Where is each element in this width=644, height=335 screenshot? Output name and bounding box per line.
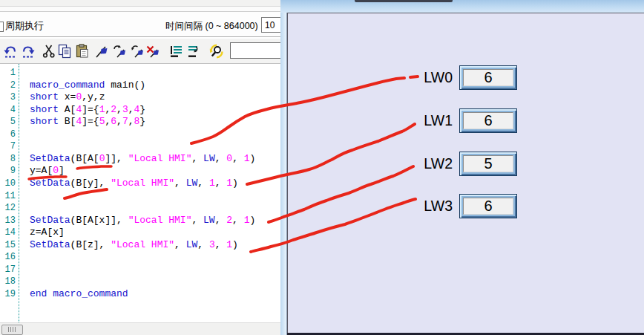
paste-icon[interactable] <box>75 44 90 59</box>
find-icon[interactable] <box>209 44 224 59</box>
undo-icon[interactable] <box>3 44 18 59</box>
code-line[interactable]: short A[4]={1,2,3,4} <box>30 104 145 117</box>
line-number: 8 <box>0 153 16 166</box>
line-number: 4 <box>0 104 16 117</box>
next-breakpoint-icon[interactable] <box>113 44 128 59</box>
code-line[interactable]: y=A[0] <box>30 165 65 178</box>
code-line[interactable]: SetData(B[y], "Local HMI", LW, 1, 1) <box>30 178 238 190</box>
code-line[interactable]: SetData(B[A[x]], "Local HMI", LW, 2, 1) <box>30 215 255 227</box>
periodic-execution-label: 周期执行 <box>5 19 44 33</box>
numeric-display[interactable]: 6 <box>459 65 517 90</box>
window-top-strip <box>0 0 280 7</box>
line-number: 10 <box>0 178 16 190</box>
line-number: 12 <box>0 202 16 215</box>
numeric-display[interactable]: 6 <box>459 108 517 133</box>
clear-breakpoints-icon[interactable] <box>146 44 161 59</box>
numeric-display[interactable]: 6 <box>459 194 517 218</box>
gutter-separator <box>19 64 19 322</box>
macro-param-row: 周期执行 时间间隔 (0 ~ 864000) : <box>0 12 280 36</box>
macro-editor-window: 周期执行 时间间隔 (0 ~ 864000) : <box>0 0 281 335</box>
line-number: 16 <box>0 251 16 264</box>
line-number: 17 <box>0 264 16 276</box>
code-editor[interactable]: 12345678910111213141516171819 macro_comm… <box>0 64 280 322</box>
screen: 周期执行 时间间隔 (0 ~ 864000) : <box>0 0 644 335</box>
numeric-display-value: 5 <box>463 155 513 172</box>
numeric-display-value: 6 <box>463 69 513 86</box>
numeric-display-value: 6 <box>463 112 513 129</box>
code-line[interactable]: end macro_command <box>30 288 128 301</box>
redo-icon[interactable] <box>21 44 36 59</box>
numeric-display[interactable]: 5 <box>459 152 517 176</box>
code-line[interactable]: z=A[x] <box>30 227 65 239</box>
lw-label: LW1 <box>424 111 453 129</box>
cut-icon[interactable] <box>42 44 56 59</box>
line-number: 18 <box>0 276 16 288</box>
line-number: 6 <box>0 129 16 141</box>
horizontal-scrollbar[interactable] <box>0 322 280 335</box>
line-number: 5 <box>0 116 16 129</box>
last-edit-icon[interactable] <box>185 44 200 59</box>
code-line[interactable]: SetData(B[z], "Local HMI", LW, 3, 1) <box>30 239 238 252</box>
scrollbar-thumb[interactable] <box>1 325 23 335</box>
line-number: 14 <box>0 227 16 239</box>
code-line[interactable]: short x=0,y,z <box>30 91 105 104</box>
line-number: 19 <box>0 288 16 301</box>
line-number: 7 <box>0 140 16 153</box>
line-number: 15 <box>0 239 16 252</box>
lw-label: LW2 <box>424 155 453 172</box>
code-line[interactable]: macro_command main() <box>30 79 145 92</box>
line-number: 3 <box>0 91 16 104</box>
numeric-display-value: 6 <box>463 198 513 215</box>
simulation-panel: LW06LW16LW25LW36 <box>287 13 644 335</box>
window-top-strip-2 <box>0 7 280 12</box>
window-edge <box>355 0 453 2</box>
line-number: 1 <box>0 67 16 79</box>
simulation-titlebar[interactable] <box>280 0 644 13</box>
prev-breakpoint-icon[interactable] <box>131 44 145 59</box>
copy-icon[interactable] <box>57 44 72 59</box>
lw-label: LW0 <box>424 68 453 86</box>
code-line[interactable]: SetData(B[A[0]], "Local HMI", LW, 0, 1) <box>30 153 255 166</box>
simulation-window: LW06LW16LW25LW36 <box>280 0 644 335</box>
goto-line-icon[interactable] <box>169 44 184 59</box>
line-number: 11 <box>0 190 16 203</box>
time-interval-label: 时间间隔 (0 ~ 864000) : <box>165 20 263 33</box>
code-line[interactable]: short B[4]={5,6,7,8} <box>30 116 145 129</box>
line-number: 13 <box>0 215 16 227</box>
line-number: 2 <box>0 79 16 92</box>
periodic-execution-checkbox[interactable] <box>0 22 4 32</box>
window-left-border <box>280 13 287 335</box>
line-number: 9 <box>0 165 16 178</box>
editor-toolbar <box>0 39 280 64</box>
toggle-breakpoint-icon[interactable] <box>95 44 110 59</box>
lw-label: LW3 <box>424 197 453 215</box>
